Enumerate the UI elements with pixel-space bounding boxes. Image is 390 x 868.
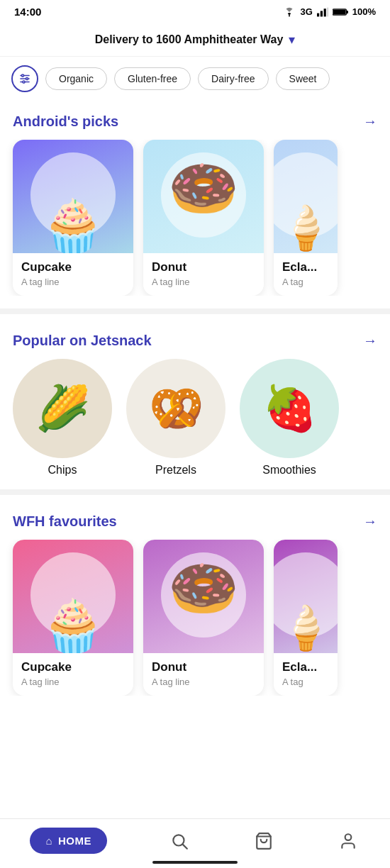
profile-icon: [339, 832, 357, 850]
svg-rect-4: [327, 7, 328, 16]
product-card-eclair[interactable]: 🍦 Ecla... A tag: [274, 140, 338, 296]
wfh-cards: 🧁 Cupcake A tag line 🍩 Donut A tag line: [0, 540, 390, 696]
wfh-card-cupcake[interactable]: 🧁 Cupcake A tag line: [13, 540, 133, 696]
eclair-card-image: 🍦: [274, 140, 338, 253]
svg-point-11: [22, 74, 24, 77]
status-time: 14:00: [14, 6, 41, 18]
cart-nav-button[interactable]: [252, 829, 276, 853]
donut-card-title: Donut: [152, 260, 255, 274]
wfh-donut-emoji: 🍩: [168, 555, 239, 622]
filter-chip-sweet[interactable]: Sweet: [276, 67, 330, 90]
wfh-eclair-emoji: 🍦: [279, 603, 333, 653]
wfh-cupcake-body: Cupcake A tag line: [13, 653, 133, 696]
donut-card-image: 🍩: [143, 140, 264, 253]
wfh-eclair-tagline: A tag: [282, 677, 329, 687]
filter-row: Organic Gluten-free Dairy-free Sweet: [0, 57, 390, 101]
wfh-arrow[interactable]: →: [363, 513, 377, 530]
popular-categories: 🌽 Chips 🥨 Pretzels 🍓 Smoothies: [0, 359, 390, 477]
svg-rect-6: [346, 10, 348, 13]
chips-emoji: 🌽: [35, 383, 90, 434]
category-item-pretzels[interactable]: 🥨 Pretzels: [126, 359, 225, 477]
donut-card-body: Donut A tag line: [143, 253, 264, 296]
cupcake-emoji: 🧁: [41, 196, 105, 253]
delivery-bar[interactable]: Delivery to 1600 Amphitheater Way ▾: [0, 23, 390, 57]
wfh-card-donut[interactable]: 🍩 Donut A tag line: [143, 540, 264, 696]
wfh-donut-tagline: A tag line: [152, 677, 255, 687]
cupcake-card-tagline: A tag line: [21, 277, 125, 287]
cupcake-card-title: Cupcake: [21, 260, 125, 274]
filter-icon-button[interactable]: [11, 65, 38, 92]
wfh-eclair-image: 🍦: [274, 540, 338, 653]
wfh-header: WFH favourites →: [0, 513, 390, 530]
search-icon: [170, 832, 189, 850]
filter-chip-gluten-free[interactable]: Gluten-free: [114, 67, 191, 90]
androids-picks-arrow[interactable]: →: [363, 113, 377, 130]
androids-picks-header: Android's picks →: [0, 113, 390, 130]
battery-label: 100%: [352, 6, 376, 17]
wfh-donut-body: Donut A tag line: [143, 653, 264, 696]
cupcake-card-image: 🧁: [13, 140, 133, 253]
product-card-cupcake[interactable]: 🧁 Cupcake A tag line: [13, 140, 133, 296]
wfh-title: WFH favourites: [13, 513, 117, 530]
status-icons: 3G 100%: [283, 6, 376, 17]
sliders-icon: [18, 72, 31, 85]
cart-icon: [255, 832, 273, 850]
product-card-donut[interactable]: 🍩 Donut A tag line: [143, 140, 264, 296]
androids-picks-title: Android's picks: [13, 113, 118, 130]
smoothies-emoji: 🍓: [262, 383, 317, 434]
status-bar: 14:00 3G 100%: [0, 0, 390, 23]
wfh-section: WFH favourites → 🧁 Cupcake A tag line 🍩: [0, 501, 390, 696]
svg-point-17: [345, 834, 351, 840]
filter-chip-dairy-free[interactable]: Dairy-free: [198, 67, 268, 90]
androids-picks-cards: 🧁 Cupcake A tag line 🍩 Donut A tag line: [0, 140, 390, 296]
wifi-icon: [283, 7, 296, 17]
category-item-chips[interactable]: 🌽 Chips: [13, 359, 112, 477]
popular-header: Popular on Jetsnack →: [0, 333, 390, 349]
wfh-cupcake-title: Cupcake: [21, 660, 125, 674]
donut-card-tagline: A tag line: [152, 277, 255, 287]
svg-point-13: [23, 81, 25, 83]
wfh-cupcake-emoji: 🧁: [41, 596, 105, 653]
svg-rect-7: [333, 9, 346, 14]
pretzels-circle: 🥨: [126, 359, 225, 458]
wfh-card-eclair[interactable]: 🍦 Ecla... A tag: [274, 540, 338, 696]
home-label: HOME: [58, 835, 91, 847]
filter-chip-organic[interactable]: Organic: [45, 67, 107, 90]
popular-arrow[interactable]: →: [363, 333, 377, 349]
popular-title: Popular on Jetsnack: [13, 333, 152, 349]
category-item-smoothies[interactable]: 🍓 Smoothies: [240, 359, 339, 477]
signal-icon: [317, 7, 328, 17]
eclair-emoji: 🍦: [279, 203, 333, 253]
wfh-cupcake-tagline: A tag line: [21, 677, 125, 687]
network-label: 3G: [300, 6, 312, 17]
popular-section: Popular on Jetsnack → 🌽 Chips 🥨 Pretzels: [0, 320, 390, 484]
search-nav-button[interactable]: [167, 829, 191, 853]
chips-label: Chips: [48, 464, 77, 477]
nav-indicator: [152, 861, 238, 864]
svg-rect-3: [323, 9, 325, 16]
delivery-chevron-icon: ▾: [289, 32, 295, 48]
eclair-card-body: Ecla... A tag: [274, 253, 338, 296]
separator-1: [0, 308, 390, 314]
svg-point-0: [289, 15, 290, 16]
wfh-donut-image: 🍩: [143, 540, 264, 653]
wfh-eclair-title: Ecla...: [282, 660, 329, 674]
cupcake-card-body: Cupcake A tag line: [13, 253, 133, 296]
eclair-card-tagline: A tag: [282, 277, 329, 287]
battery-icon: [333, 8, 348, 16]
separator-2: [0, 489, 390, 495]
home-button[interactable]: ⌂ HOME: [30, 828, 107, 854]
androids-picks-section: Android's picks → 🧁 Cupcake A tag line 🍩: [0, 101, 390, 303]
home-icon: ⌂: [45, 835, 52, 847]
svg-point-12: [26, 78, 28, 80]
profile-nav-button[interactable]: [336, 829, 360, 853]
pretzels-emoji: 🥨: [149, 383, 204, 434]
donut-emoji: 🍩: [168, 155, 239, 222]
smoothies-circle: 🍓: [240, 359, 339, 458]
bottom-nav: ⌂ HOME: [0, 818, 390, 868]
delivery-address: Delivery to 1600 Amphitheater Way: [95, 33, 284, 46]
svg-line-15: [183, 844, 187, 848]
pretzels-label: Pretzels: [155, 464, 196, 477]
svg-rect-1: [317, 13, 319, 16]
wfh-donut-title: Donut: [152, 660, 255, 674]
